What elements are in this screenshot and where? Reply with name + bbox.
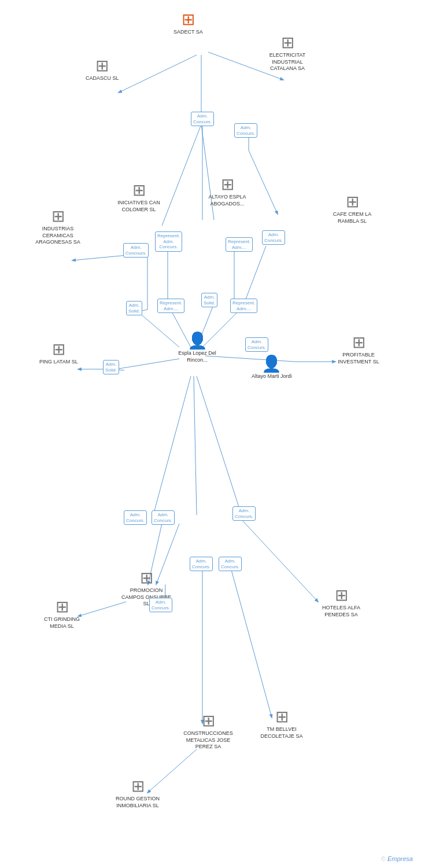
- profitable-label: PROFITABLE INVESTMENT SL: [333, 352, 385, 365]
- altayo-abogados-node[interactable]: ⊞ ALTAYO ESPLA ABOGADOS...: [201, 176, 253, 207]
- cti-grinding-label: CTI GRINDING MEDIA SL: [36, 616, 88, 630]
- copyright: © Empresa: [381, 855, 413, 862]
- construcciones-icon: ⊞: [202, 713, 215, 729]
- industrias-label: INDUSTRIAS CERAMICAS ARAGONESAS SA: [32, 226, 84, 246]
- cti-grinding-node[interactable]: ⊞ CTI GRINDING MEDIA SL: [36, 599, 88, 630]
- cadascu-label: CADASCU SL: [86, 75, 119, 82]
- badge-b9[interactable]: Adm.Solid.: [201, 293, 217, 307]
- ping-latam-icon: ⊞: [52, 341, 65, 358]
- tm-bellvei-node[interactable]: ⊞ TM BELLVEI DECOLETAJE SA: [256, 709, 308, 740]
- badge-b15[interactable]: Adm.Concurs.: [232, 506, 256, 521]
- altayo-marti-icon: 👤: [261, 356, 282, 372]
- badge-b14[interactable]: Adm.Concurs.: [152, 510, 175, 525]
- round-gestion-node[interactable]: ⊞ ROUND GESTION INMOBILIARIA SL: [112, 778, 164, 809]
- badge-b16[interactable]: Adm.Concurs.: [190, 557, 213, 571]
- badge-b11[interactable]: Adm.Solid.: [103, 360, 119, 374]
- svg-line-26: [197, 376, 240, 510]
- sadect-label: SADECT SA: [173, 29, 203, 36]
- iniciatives-node[interactable]: ⊞ INICIATIVES CAN COLOMER SL: [113, 182, 165, 213]
- svg-line-16: [243, 246, 266, 307]
- electricitat-label: ELECTRICITAT INDUSTRIAL CATALANA SA: [261, 52, 313, 72]
- espla-icon: 👤: [187, 333, 208, 349]
- promocion-icon: ⊞: [140, 570, 153, 586]
- svg-line-27: [240, 518, 318, 602]
- copyright-brand: Empresa: [387, 855, 413, 862]
- badge-b17[interactable]: Adm.Concurs.: [219, 557, 242, 571]
- round-gestion-label: ROUND GESTION INMOBILIARIA SL: [112, 796, 164, 809]
- badge-b18[interactable]: Adm.Concurs.: [149, 598, 172, 612]
- badge-b3[interactable]: Represent.Adm.Concurs.: [155, 231, 182, 252]
- altayo-marti-label: Altayo Marti Jordi: [252, 373, 292, 380]
- ping-latam-label: PING LATAM SL: [39, 359, 78, 366]
- badge-b13[interactable]: Adm.Concurs.: [124, 510, 147, 525]
- construcciones-node[interactable]: ⊞ CONSTRUCCIONES METALICAS JOSE PEREZ SA: [182, 713, 234, 751]
- badge-b7[interactable]: Adm.Solid.: [126, 301, 142, 315]
- badge-b8[interactable]: Represent.Adm....: [157, 299, 184, 313]
- iniciatives-label: INICIATIVES CAN COLOMER SL: [113, 200, 165, 213]
- electricitat-node[interactable]: ⊞ ELECTRICITAT INDUSTRIAL CATALANA SA: [261, 35, 313, 72]
- badge-b5[interactable]: Adm.Concurs.: [262, 230, 285, 245]
- badge-b1[interactable]: Adm.Concurs.: [191, 112, 214, 126]
- svg-line-19: [116, 359, 179, 369]
- badge-b6[interactable]: Represent.Adm....: [226, 237, 253, 252]
- cafe-crem-label: CAFE CREM LA RAMBLA SL: [326, 211, 378, 225]
- iniciatives-icon: ⊞: [132, 182, 146, 198]
- espla-label: Espla Lopez Del Rincon...: [171, 350, 223, 363]
- espla-node[interactable]: 👤 Espla Lopez Del Rincon...: [171, 333, 223, 363]
- svg-line-24: [153, 376, 191, 515]
- profitable-icon: ⊞: [352, 334, 365, 351]
- badge-b4[interactable]: Adm.Concours.: [123, 243, 149, 258]
- badge-b10[interactable]: Represent.Adm....: [230, 299, 257, 313]
- sadect-icon: ⊞: [182, 12, 195, 28]
- profitable-node[interactable]: ⊞ PROFITABLE INVESTMENT SL: [333, 334, 385, 365]
- hoteles-alfa-icon: ⊞: [335, 587, 348, 604]
- electricitat-icon: ⊞: [281, 35, 294, 51]
- tm-bellvei-label: TM BELLVEI DECOLETAJE SA: [256, 726, 308, 740]
- cafe-crem-node[interactable]: ⊞ CAFE CREM LA RAMBLA SL: [326, 194, 378, 225]
- cadascu-icon: ⊞: [95, 58, 109, 74]
- cadascu-node[interactable]: ⊞ CADASCU SL: [86, 58, 119, 82]
- altayo-abogados-icon: ⊞: [221, 176, 234, 193]
- svg-line-3: [162, 124, 201, 226]
- hoteles-alfa-node[interactable]: ⊞ HOTELES ALFA PENEDES SA: [315, 587, 367, 618]
- tm-bellvei-icon: ⊞: [275, 709, 289, 725]
- sadect-node[interactable]: ⊞ SADECT SA: [173, 12, 203, 36]
- industrias-icon: ⊞: [51, 208, 65, 225]
- round-gestion-icon: ⊞: [131, 778, 145, 795]
- industrias-node[interactable]: ⊞ INDUSTRIAS CERAMICAS ARAGONESAS SA: [32, 208, 84, 246]
- cti-grinding-icon: ⊞: [56, 599, 69, 615]
- ping-latam-node[interactable]: ⊞ PING LATAM SL: [39, 341, 78, 366]
- badge-b2[interactable]: Adm.Concurs.: [234, 123, 257, 138]
- hoteles-alfa-label: HOTELES ALFA PENEDES SA: [315, 605, 367, 618]
- svg-line-31: [231, 570, 272, 718]
- cafe-crem-icon: ⊞: [346, 194, 359, 210]
- svg-line-25: [194, 376, 197, 515]
- badge-b12[interactable]: Adm.Concurs.: [245, 337, 268, 352]
- construcciones-label: CONSTRUCCIONES METALICAS JOSE PEREZ SA: [182, 730, 234, 751]
- altayo-abogados-label: ALTAYO ESPLA ABOGADOS...: [201, 194, 253, 207]
- svg-line-0: [119, 55, 197, 93]
- altayo-marti-node[interactable]: 👤 Altayo Marti Jordi: [252, 356, 292, 380]
